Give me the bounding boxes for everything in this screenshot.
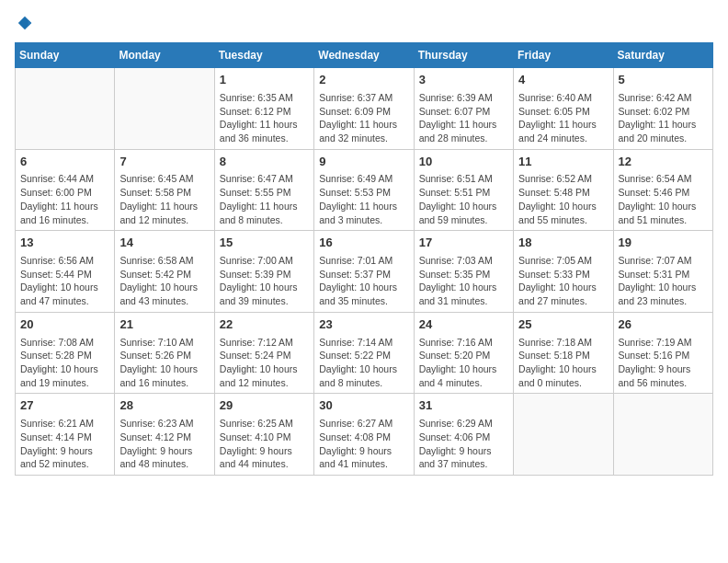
day-info: Sunrise: 6:51 AMSunset: 5:51 PMDaylight:… — [419, 172, 508, 226]
calendar-cell: 17Sunrise: 7:03 AMSunset: 5:35 PMDayligh… — [414, 231, 513, 313]
calendar-cell: 11Sunrise: 6:52 AMSunset: 5:48 PMDayligh… — [514, 149, 613, 231]
weekday-wednesday: Wednesday — [314, 43, 414, 68]
calendar-cell — [115, 68, 214, 150]
week-row-2: 6Sunrise: 6:44 AMSunset: 6:00 PMDaylight… — [16, 149, 713, 231]
day-number: 28 — [119, 397, 209, 415]
day-number: 16 — [319, 235, 408, 252]
week-row-4: 20Sunrise: 7:08 AMSunset: 5:28 PMDayligh… — [16, 312, 713, 394]
calendar-cell: 12Sunrise: 6:54 AMSunset: 5:46 PMDayligh… — [613, 149, 712, 231]
day-number: 2 — [319, 72, 408, 89]
calendar-cell: 6Sunrise: 6:44 AMSunset: 6:00 PMDaylight… — [16, 149, 115, 231]
day-info: Sunrise: 7:05 AMSunset: 5:33 PMDaylight:… — [518, 254, 608, 308]
day-info: Sunrise: 7:18 AMSunset: 5:18 PMDaylight:… — [518, 336, 608, 390]
week-row-3: 13Sunrise: 6:56 AMSunset: 5:44 PMDayligh… — [16, 231, 713, 313]
day-info: Sunrise: 6:58 AMSunset: 5:42 PMDaylight:… — [119, 254, 209, 308]
calendar-cell: 19Sunrise: 7:07 AMSunset: 5:31 PMDayligh… — [613, 231, 712, 313]
day-info: Sunrise: 7:08 AMSunset: 5:28 PMDaylight:… — [20, 336, 109, 390]
calendar-cell: 16Sunrise: 7:01 AMSunset: 5:37 PMDayligh… — [314, 231, 414, 313]
day-info: Sunrise: 6:52 AMSunset: 5:48 PMDaylight:… — [518, 172, 608, 226]
calendar-cell: 21Sunrise: 7:10 AMSunset: 5:26 PMDayligh… — [115, 312, 214, 394]
day-info: Sunrise: 6:49 AMSunset: 5:53 PMDaylight:… — [319, 172, 408, 226]
week-row-1: 1Sunrise: 6:35 AMSunset: 6:12 PMDaylight… — [16, 68, 713, 150]
day-info: Sunrise: 6:35 AMSunset: 6:12 PMDaylight:… — [220, 91, 309, 145]
day-info: Sunrise: 6:40 AMSunset: 6:05 PMDaylight:… — [518, 91, 608, 145]
calendar-cell: 9Sunrise: 6:49 AMSunset: 5:53 PMDaylight… — [314, 149, 414, 231]
day-info: Sunrise: 7:12 AMSunset: 5:24 PMDaylight:… — [220, 336, 309, 390]
day-info: Sunrise: 7:14 AMSunset: 5:22 PMDaylight:… — [319, 336, 408, 390]
calendar-cell: 30Sunrise: 6:27 AMSunset: 4:08 PMDayligh… — [314, 394, 414, 476]
weekday-tuesday: Tuesday — [214, 43, 313, 68]
calendar-cell: 27Sunrise: 6:21 AMSunset: 4:14 PMDayligh… — [16, 394, 115, 476]
day-number: 17 — [419, 235, 508, 252]
day-number: 27 — [20, 397, 109, 415]
weekday-sunday: Sunday — [16, 43, 115, 68]
day-info: Sunrise: 6:45 AMSunset: 5:58 PMDaylight:… — [119, 172, 209, 226]
weekday-saturday: Saturday — [613, 43, 712, 68]
calendar-cell: 22Sunrise: 7:12 AMSunset: 5:24 PMDayligh… — [214, 312, 313, 394]
day-info: Sunrise: 6:23 AMSunset: 4:12 PMDaylight:… — [119, 417, 209, 471]
calendar-cell: 3Sunrise: 6:39 AMSunset: 6:07 PMDaylight… — [414, 68, 513, 150]
day-number: 29 — [220, 397, 309, 415]
weekday-friday: Friday — [514, 43, 613, 68]
day-number: 21 — [119, 316, 209, 334]
day-info: Sunrise: 6:47 AMSunset: 5:55 PMDaylight:… — [220, 172, 309, 226]
day-number: 4 — [518, 72, 608, 89]
day-number: 22 — [220, 316, 309, 334]
day-info: Sunrise: 6:21 AMSunset: 4:14 PMDaylight:… — [20, 417, 109, 471]
day-info: Sunrise: 6:29 AMSunset: 4:06 PMDaylight:… — [419, 417, 508, 471]
week-row-5: 27Sunrise: 6:21 AMSunset: 4:14 PMDayligh… — [16, 394, 713, 476]
calendar-cell: 10Sunrise: 6:51 AMSunset: 5:51 PMDayligh… — [414, 149, 513, 231]
day-number: 18 — [518, 235, 608, 252]
day-number: 30 — [319, 397, 408, 415]
calendar-cell: 14Sunrise: 6:58 AMSunset: 5:42 PMDayligh… — [115, 231, 214, 313]
day-info: Sunrise: 7:16 AMSunset: 5:20 PMDaylight:… — [419, 336, 508, 390]
calendar-cell: 20Sunrise: 7:08 AMSunset: 5:28 PMDayligh… — [16, 312, 115, 394]
day-number: 20 — [20, 316, 109, 334]
calendar-cell: 29Sunrise: 6:25 AMSunset: 4:10 PMDayligh… — [214, 394, 313, 476]
day-number: 13 — [20, 235, 109, 252]
day-info: Sunrise: 6:56 AMSunset: 5:44 PMDaylight:… — [20, 254, 109, 308]
day-number: 12 — [619, 154, 708, 171]
day-info: Sunrise: 6:44 AMSunset: 6:00 PMDaylight:… — [20, 172, 109, 226]
day-info: Sunrise: 6:54 AMSunset: 5:46 PMDaylight:… — [619, 172, 708, 226]
day-number: 6 — [20, 154, 109, 171]
day-number: 5 — [619, 72, 708, 89]
calendar-cell: 25Sunrise: 7:18 AMSunset: 5:18 PMDayligh… — [514, 312, 613, 394]
calendar-cell: 18Sunrise: 7:05 AMSunset: 5:33 PMDayligh… — [514, 231, 613, 313]
day-number: 3 — [419, 72, 508, 89]
logo-icon — [17, 15, 33, 31]
calendar-cell: 7Sunrise: 6:45 AMSunset: 5:58 PMDaylight… — [115, 149, 214, 231]
calendar-cell: 26Sunrise: 7:19 AMSunset: 5:16 PMDayligh… — [613, 312, 712, 394]
day-number: 14 — [119, 235, 209, 252]
day-number: 24 — [419, 316, 508, 334]
day-number: 7 — [119, 154, 209, 171]
day-number: 23 — [319, 316, 408, 334]
day-info: Sunrise: 6:39 AMSunset: 6:07 PMDaylight:… — [419, 91, 508, 145]
day-number: 19 — [619, 235, 708, 252]
day-number: 9 — [319, 154, 408, 171]
weekday-monday: Monday — [115, 43, 214, 68]
day-number: 25 — [518, 316, 608, 334]
day-number: 11 — [518, 154, 608, 171]
day-number: 31 — [419, 397, 508, 415]
day-number: 26 — [619, 316, 708, 334]
day-info: Sunrise: 7:10 AMSunset: 5:26 PMDaylight:… — [119, 336, 209, 390]
day-number: 10 — [419, 154, 508, 171]
day-info: Sunrise: 7:00 AMSunset: 5:39 PMDaylight:… — [220, 254, 309, 308]
calendar-body: 1Sunrise: 6:35 AMSunset: 6:12 PMDaylight… — [16, 68, 713, 476]
calendar-cell: 1Sunrise: 6:35 AMSunset: 6:12 PMDaylight… — [214, 68, 313, 150]
calendar-cell: 4Sunrise: 6:40 AMSunset: 6:05 PMDaylight… — [514, 68, 613, 150]
day-info: Sunrise: 6:27 AMSunset: 4:08 PMDaylight:… — [319, 417, 408, 471]
day-number: 15 — [220, 235, 309, 252]
logo — [15, 15, 33, 31]
day-info: Sunrise: 6:37 AMSunset: 6:09 PMDaylight:… — [319, 91, 408, 145]
day-info: Sunrise: 7:01 AMSunset: 5:37 PMDaylight:… — [319, 254, 408, 308]
weekday-thursday: Thursday — [414, 43, 513, 68]
calendar-cell: 28Sunrise: 6:23 AMSunset: 4:12 PMDayligh… — [115, 394, 214, 476]
weekday-header-row: SundayMondayTuesdayWednesdayThursdayFrid… — [16, 43, 713, 68]
calendar-cell: 31Sunrise: 6:29 AMSunset: 4:06 PMDayligh… — [414, 394, 513, 476]
day-info: Sunrise: 6:25 AMSunset: 4:10 PMDaylight:… — [220, 417, 309, 471]
day-info: Sunrise: 7:03 AMSunset: 5:35 PMDaylight:… — [419, 254, 508, 308]
day-info: Sunrise: 7:19 AMSunset: 5:16 PMDaylight:… — [619, 336, 708, 390]
calendar-cell — [613, 394, 712, 476]
